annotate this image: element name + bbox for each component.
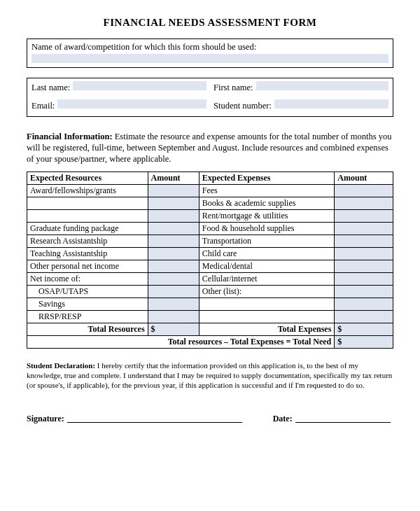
expense-amount-input[interactable] [335,223,393,235]
resource-cell [27,197,148,210]
resource-cell: Net income of: [27,273,148,286]
expense-amount-input[interactable] [335,273,393,286]
header-resources: Expected Resources [27,172,148,185]
table-row: Other personal net incomeMedical/dental [27,260,393,273]
total-expenses-label: Total Expenses [199,323,335,336]
expense-cell: Transportation [199,235,335,248]
table-row: Net income of:Cellular/internet [27,273,393,286]
award-label: Name of award/competition for which this… [31,42,388,52]
resource-amount-input[interactable] [148,260,199,273]
expense-amount-input[interactable] [335,210,393,223]
student-number-label: Student number: [214,101,274,111]
expense-amount-input[interactable] [335,197,393,210]
first-name-label: First name: [214,83,256,93]
resource-cell: Teaching Assistantship [27,248,148,260]
table-row: Rent/mortgage & utilities [27,210,393,223]
expense-cell: Rent/mortgage & utilities [199,210,335,223]
resource-cell [27,210,148,223]
form-page: FINANCIAL NEEDS ASSESSMENT FORM Name of … [0,0,420,431]
header-amount2: Amount [335,172,393,185]
expense-amount-input[interactable] [335,235,393,248]
resource-amount-input[interactable] [148,311,199,323]
table-row: Books & academic supplies [27,197,393,210]
expense-cell: Fees [199,185,335,197]
student-declaration: Student Declaration: I hereby certify th… [27,361,393,390]
date-line[interactable] [295,414,391,423]
email-field: Email: [31,99,206,111]
table-row: Graduate funding packageFood & household… [27,223,393,235]
resource-cell: Savings [27,298,148,311]
header-expenses: Expected Expenses [199,172,335,185]
email-input[interactable] [57,99,206,108]
date-label: Date: [273,414,293,424]
resource-amount-input[interactable] [148,248,199,260]
personal-info-box: Last name: First name: Email: Student nu… [27,78,393,117]
declaration-heading: Student Declaration: [27,361,95,370]
total-need-label: Total resources – Total Expenses = Total… [27,336,335,349]
resource-amount-input[interactable] [148,298,199,311]
resource-amount-input[interactable] [148,273,199,286]
total-resources-label: Total Resources [27,323,148,336]
form-title: FINANCIAL NEEDS ASSESSMENT FORM [27,17,393,29]
financial-table: Expected Resources Amount Expected Expen… [27,172,393,349]
first-name-input[interactable] [256,81,388,90]
signature-label: Signature: [27,414,64,424]
table-row: OSAP/UTAPSOther (list): [27,286,393,298]
expense-cell: Books & academic supplies [199,197,335,210]
email-label: Email: [31,101,57,111]
resource-amount-input[interactable] [148,197,199,210]
resource-cell: Research Assistantship [27,235,148,248]
last-name-field: Last name: [31,81,206,93]
resource-amount-input[interactable] [148,235,199,248]
resource-amount-input[interactable] [148,210,199,223]
resource-cell: Other personal net income [27,260,148,273]
resource-cell: OSAP/UTAPS [27,286,148,298]
award-input[interactable] [31,54,388,63]
signature-row: Signature: Date: [27,414,393,424]
student-number-field: Student number: [214,99,388,111]
table-row: Award/fellowships/grantsFees [27,185,393,197]
table-row: Teaching AssistantshipChild care [27,248,393,260]
table-row: RRSP/RESP [27,311,393,323]
expense-amount-input[interactable] [335,298,393,311]
award-box: Name of award/competition for which this… [27,38,393,68]
resource-amount-input[interactable] [148,223,199,235]
last-name-label: Last name: [31,83,73,93]
resource-amount-input[interactable] [148,185,199,197]
table-header-row: Expected Resources Amount Expected Expen… [27,172,393,185]
total-need-row: Total resources – Total Expenses = Total… [27,336,393,349]
expense-cell: Child care [199,248,335,260]
total-expenses-amount[interactable]: $ [335,323,393,336]
resource-amount-input[interactable] [148,286,199,298]
expense-cell: Food & household supplies [199,223,335,235]
table-row: Savings [27,298,393,311]
expense-cell [199,311,335,323]
expense-cell: Other (list): [199,286,335,298]
expense-cell [199,298,335,311]
financial-info-heading: Financial Information: [27,132,113,141]
expense-amount-input[interactable] [335,248,393,260]
total-resources-row: Total Resources $ Total Expenses $ [27,323,393,336]
total-resources-amount[interactable]: $ [148,323,199,336]
resource-cell: RRSP/RESP [27,311,148,323]
resource-cell: Graduate funding package [27,223,148,235]
resource-cell: Award/fellowships/grants [27,185,148,197]
signature-line[interactable] [67,414,242,423]
expense-amount-input[interactable] [335,260,393,273]
table-row: Research AssistantshipTransportation [27,235,393,248]
expense-cell: Medical/dental [199,260,335,273]
expense-amount-input[interactable] [335,311,393,323]
expense-cell: Cellular/internet [199,273,335,286]
expense-amount-input[interactable] [335,286,393,298]
first-name-field: First name: [214,81,388,93]
financial-info-paragraph: Financial Information: Estimate the reso… [27,131,393,164]
total-need-amount[interactable]: $ [335,336,393,349]
last-name-input[interactable] [73,81,206,90]
expense-amount-input[interactable] [335,185,393,197]
header-amount1: Amount [148,172,199,185]
student-number-input[interactable] [274,99,388,108]
